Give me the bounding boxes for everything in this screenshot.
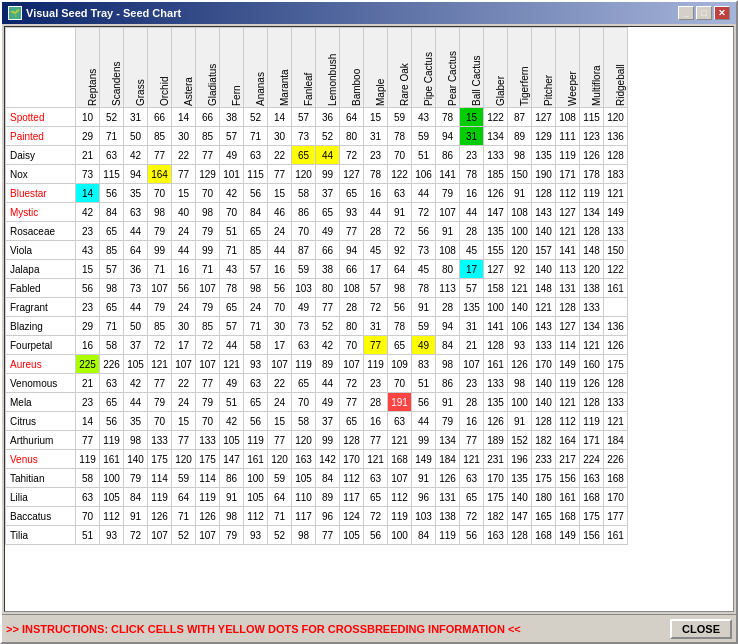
cell-7-20[interactable]: 141 <box>556 241 580 260</box>
cell-14-8[interactable]: 22 <box>268 374 292 393</box>
cell-9-20[interactable]: 131 <box>556 279 580 298</box>
cell-5-17[interactable]: 147 <box>484 203 508 222</box>
cell-9-7[interactable]: 98 <box>244 279 268 298</box>
cell-2-8[interactable]: 22 <box>268 146 292 165</box>
cell-17-6[interactable]: 105 <box>220 431 244 450</box>
cell-16-18[interactable]: 91 <box>508 412 532 431</box>
cell-21-0[interactable]: 70 <box>76 507 100 526</box>
cell-14-9[interactable]: 65 <box>292 374 316 393</box>
cell-20-14[interactable]: 96 <box>412 488 436 507</box>
cell-19-15[interactable]: 126 <box>436 469 460 488</box>
cell-5-12[interactable]: 44 <box>364 203 388 222</box>
cell-0-12[interactable]: 15 <box>364 108 388 127</box>
cell-11-4[interactable]: 30 <box>172 317 196 336</box>
cell-5-0[interactable]: 42 <box>76 203 100 222</box>
cell-1-4[interactable]: 30 <box>172 127 196 146</box>
cell-6-21[interactable]: 128 <box>580 222 604 241</box>
maximize-button[interactable]: □ <box>696 6 712 20</box>
cell-19-20[interactable]: 156 <box>556 469 580 488</box>
cell-21-1[interactable]: 112 <box>100 507 124 526</box>
cell-8-1[interactable]: 57 <box>100 260 124 279</box>
cell-19-7[interactable]: 100 <box>244 469 268 488</box>
cell-4-5[interactable]: 70 <box>196 184 220 203</box>
cell-0-8[interactable]: 14 <box>268 108 292 127</box>
cell-11-9[interactable]: 73 <box>292 317 316 336</box>
cell-18-19[interactable]: 233 <box>532 450 556 469</box>
cell-2-7[interactable]: 63 <box>244 146 268 165</box>
cell-10-6[interactable]: 65 <box>220 298 244 317</box>
cell-2-14[interactable]: 51 <box>412 146 436 165</box>
cell-7-14[interactable]: 73 <box>412 241 436 260</box>
cell-22-10[interactable]: 77 <box>316 526 340 545</box>
cell-19-13[interactable]: 107 <box>388 469 412 488</box>
cell-21-9[interactable]: 117 <box>292 507 316 526</box>
cell-4-6[interactable]: 42 <box>220 184 244 203</box>
cell-22-19[interactable]: 168 <box>532 526 556 545</box>
cell-13-15[interactable]: 98 <box>436 355 460 374</box>
cell-6-16[interactable]: 28 <box>460 222 484 241</box>
cell-9-17[interactable]: 158 <box>484 279 508 298</box>
cell-16-20[interactable]: 112 <box>556 412 580 431</box>
cell-22-18[interactable]: 128 <box>508 526 532 545</box>
cell-21-13[interactable]: 119 <box>388 507 412 526</box>
cell-6-8[interactable]: 24 <box>268 222 292 241</box>
cell-4-12[interactable]: 16 <box>364 184 388 203</box>
cell-1-6[interactable]: 57 <box>220 127 244 146</box>
cell-17-10[interactable]: 99 <box>316 431 340 450</box>
cell-10-11[interactable]: 28 <box>340 298 364 317</box>
cell-12-5[interactable]: 72 <box>196 336 220 355</box>
cell-21-5[interactable]: 126 <box>196 507 220 526</box>
cell-21-18[interactable]: 147 <box>508 507 532 526</box>
cell-18-18[interactable]: 196 <box>508 450 532 469</box>
cell-0-20[interactable]: 108 <box>556 108 580 127</box>
cell-14-5[interactable]: 77 <box>196 374 220 393</box>
cell-17-2[interactable]: 98 <box>124 431 148 450</box>
cell-2-6[interactable]: 49 <box>220 146 244 165</box>
cell-14-21[interactable]: 126 <box>580 374 604 393</box>
cell-6-15[interactable]: 91 <box>436 222 460 241</box>
cell-0-22[interactable]: 120 <box>604 108 628 127</box>
cell-3-0[interactable]: 73 <box>76 165 100 184</box>
cell-18-7[interactable]: 161 <box>244 450 268 469</box>
cell-12-10[interactable]: 42 <box>316 336 340 355</box>
cell-15-1[interactable]: 65 <box>100 393 124 412</box>
cell-3-17[interactable]: 185 <box>484 165 508 184</box>
cell-13-20[interactable]: 149 <box>556 355 580 374</box>
cell-20-1[interactable]: 105 <box>100 488 124 507</box>
cell-19-17[interactable]: 170 <box>484 469 508 488</box>
cell-4-8[interactable]: 15 <box>268 184 292 203</box>
cell-19-16[interactable]: 63 <box>460 469 484 488</box>
cell-18-12[interactable]: 121 <box>364 450 388 469</box>
cell-14-6[interactable]: 49 <box>220 374 244 393</box>
cell-0-4[interactable]: 14 <box>172 108 196 127</box>
cell-15-9[interactable]: 70 <box>292 393 316 412</box>
cell-13-18[interactable]: 126 <box>508 355 532 374</box>
cell-15-18[interactable]: 100 <box>508 393 532 412</box>
cell-13-0[interactable]: 225 <box>76 355 100 374</box>
cell-7-1[interactable]: 85 <box>100 241 124 260</box>
cell-13-2[interactable]: 105 <box>124 355 148 374</box>
cell-9-2[interactable]: 73 <box>124 279 148 298</box>
cell-4-16[interactable]: 16 <box>460 184 484 203</box>
cell-21-2[interactable]: 91 <box>124 507 148 526</box>
cell-1-13[interactable]: 78 <box>388 127 412 146</box>
cell-7-7[interactable]: 85 <box>244 241 268 260</box>
cell-4-11[interactable]: 65 <box>340 184 364 203</box>
cell-2-21[interactable]: 126 <box>580 146 604 165</box>
cell-13-5[interactable]: 107 <box>196 355 220 374</box>
cell-20-10[interactable]: 89 <box>316 488 340 507</box>
cell-19-2[interactable]: 79 <box>124 469 148 488</box>
cell-15-7[interactable]: 65 <box>244 393 268 412</box>
cell-17-0[interactable]: 77 <box>76 431 100 450</box>
cell-1-0[interactable]: 29 <box>76 127 100 146</box>
cell-7-16[interactable]: 45 <box>460 241 484 260</box>
cell-0-19[interactable]: 127 <box>532 108 556 127</box>
cell-15-22[interactable]: 133 <box>604 393 628 412</box>
cell-0-0[interactable]: 10 <box>76 108 100 127</box>
cell-14-14[interactable]: 51 <box>412 374 436 393</box>
cell-22-1[interactable]: 93 <box>100 526 124 545</box>
cell-12-16[interactable]: 21 <box>460 336 484 355</box>
cell-20-17[interactable]: 175 <box>484 488 508 507</box>
cell-15-2[interactable]: 44 <box>124 393 148 412</box>
cell-8-5[interactable]: 71 <box>196 260 220 279</box>
